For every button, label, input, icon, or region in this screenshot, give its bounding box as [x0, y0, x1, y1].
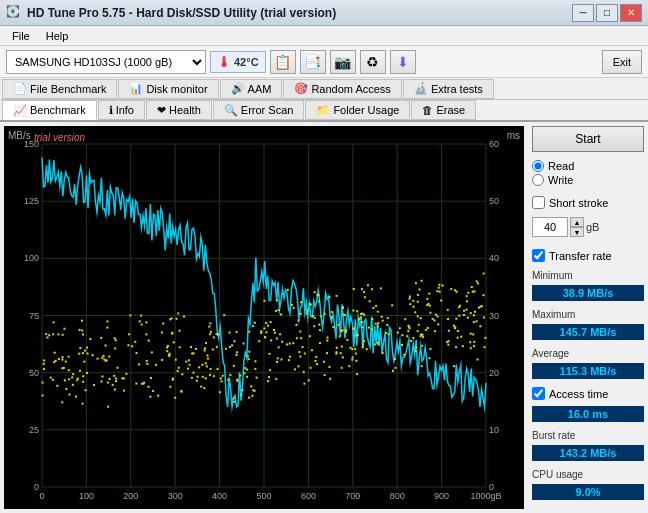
erase-icon: 🗑 [422, 104, 433, 116]
short-stroke-row: Short stroke [532, 196, 644, 209]
cpu-usage-label: CPU usage [532, 469, 644, 480]
short-stroke-spinner: ▲ ▼ gB [532, 217, 644, 237]
main-content: MB/s ms trial version Start Read Write S… [0, 122, 648, 513]
access-time-row: Access time [532, 387, 644, 400]
thermometer-icon: 🌡 [217, 54, 231, 70]
temperature-display: 🌡 42°C [210, 51, 266, 73]
read-radio[interactable] [532, 160, 544, 172]
read-radio-row: Read [532, 160, 644, 172]
chart-area: MB/s ms trial version [4, 126, 524, 509]
benchmark-chart [4, 126, 524, 509]
minimize-button[interactable]: ─ [572, 4, 594, 22]
refresh-btn[interactable]: ♻ [360, 50, 386, 74]
trial-watermark: trial version [34, 132, 85, 143]
tab-file-benchmark[interactable]: 📄 File Benchmark [2, 79, 117, 99]
y-axis-left-label: MB/s [8, 130, 31, 141]
tab-aam[interactable]: 🔊 AAM [220, 79, 283, 99]
tab-erase-label: Erase [436, 104, 465, 116]
aam-icon: 🔊 [231, 82, 245, 95]
access-time-checkbox[interactable] [532, 387, 545, 400]
disk-monitor-icon: 📊 [129, 82, 143, 95]
tab-extra-tests[interactable]: 🔬 Extra tests [403, 79, 494, 99]
close-button[interactable]: ✕ [620, 4, 642, 22]
file-benchmark-icon: 📄 [13, 82, 27, 95]
tab-file-benchmark-label: File Benchmark [30, 83, 106, 95]
cpu-usage-value: 9.0% [532, 484, 644, 500]
camera-btn[interactable]: 📷 [330, 50, 356, 74]
short-stroke-input[interactable] [532, 217, 568, 237]
average-value: 115.3 MB/s [532, 363, 644, 379]
spin-down-button[interactable]: ▼ [570, 227, 584, 237]
tab-benchmark[interactable]: 📈 Benchmark [2, 100, 97, 120]
tab-health[interactable]: ❤ Health [146, 100, 212, 120]
tab-random-access[interactable]: 🎯 Random Access [283, 79, 401, 99]
minimum-label: Minimum [532, 270, 644, 281]
tab-folder-usage-label: Folder Usage [333, 104, 399, 116]
start-button[interactable]: Start [532, 126, 644, 152]
extra-tests-icon: 🔬 [414, 82, 428, 95]
drive-selector[interactable]: SAMSUNG HD103SJ (1000 gB) [6, 50, 206, 74]
tab-disk-monitor[interactable]: 📊 Disk monitor [118, 79, 218, 99]
short-stroke-checkbox[interactable] [532, 196, 545, 209]
info-icon: ℹ [109, 104, 113, 117]
tab-info[interactable]: ℹ Info [98, 100, 145, 120]
read-label: Read [548, 160, 574, 172]
short-stroke-unit: gB [586, 221, 599, 233]
title-bar: 💽 HD Tune Pro 5.75 - Hard Disk/SSD Utili… [0, 0, 648, 26]
tab-health-label: Health [169, 104, 201, 116]
burst-rate-value: 143.2 MB/s [532, 445, 644, 461]
maximum-label: Maximum [532, 309, 644, 320]
transfer-rate-row: Transfer rate [532, 249, 644, 262]
tab-error-scan-label: Error Scan [241, 104, 294, 116]
temperature-value: 42°C [234, 56, 259, 68]
copy-btn2[interactable]: 📑 [300, 50, 326, 74]
write-radio-row: Write [532, 174, 644, 186]
tab-aam-label: AAM [248, 83, 272, 95]
burst-rate-label: Burst rate [532, 430, 644, 441]
spin-up-button[interactable]: ▲ [570, 217, 584, 227]
health-icon: ❤ [157, 104, 166, 117]
tab-disk-monitor-label: Disk monitor [146, 83, 207, 95]
minimum-value: 38.9 MB/s [532, 285, 644, 301]
write-radio[interactable] [532, 174, 544, 186]
access-time-value: 16.0 ms [532, 406, 644, 422]
tab-error-scan[interactable]: 🔍 Error Scan [213, 100, 305, 120]
copy-btn1[interactable]: 📋 [270, 50, 296, 74]
menu-bar: File Help [0, 26, 648, 46]
y-axis-right-label: ms [507, 130, 520, 141]
exit-button[interactable]: Exit [602, 50, 642, 74]
random-access-icon: 🎯 [294, 82, 308, 95]
write-label: Write [548, 174, 573, 186]
transfer-rate-checkbox[interactable] [532, 249, 545, 262]
maximize-button[interactable]: □ [596, 4, 618, 22]
transfer-rate-label: Transfer rate [549, 250, 612, 262]
tab-info-label: Info [116, 104, 134, 116]
right-panel: Start Read Write Short stroke ▲ ▼ gB [528, 122, 648, 513]
nav-row2: 📈 Benchmark ℹ Info ❤ Health 🔍 Error Scan… [0, 100, 648, 122]
average-label: Average [532, 348, 644, 359]
folder-usage-icon: 📁 [316, 104, 330, 117]
spinner-arrows: ▲ ▼ [570, 217, 584, 237]
tab-extra-tests-label: Extra tests [431, 83, 483, 95]
toolbar: SAMSUNG HD103SJ (1000 gB) 🌡 42°C 📋 📑 📷 ♻… [0, 46, 648, 78]
benchmark-icon: 📈 [13, 104, 27, 117]
short-stroke-label: Short stroke [549, 197, 608, 209]
maximum-value: 145.7 MB/s [532, 324, 644, 340]
access-time-label: Access time [549, 388, 608, 400]
down-btn[interactable]: ⬇ [390, 50, 416, 74]
read-write-group: Read Write [532, 160, 644, 186]
tab-folder-usage[interactable]: 📁 Folder Usage [305, 100, 410, 120]
menu-help[interactable]: Help [38, 28, 77, 44]
menu-file[interactable]: File [4, 28, 38, 44]
tab-random-access-label: Random Access [311, 83, 390, 95]
title-text: HD Tune Pro 5.75 - Hard Disk/SSD Utility… [27, 6, 572, 20]
tab-erase[interactable]: 🗑 Erase [411, 100, 476, 120]
nav-row1: 📄 File Benchmark 📊 Disk monitor 🔊 AAM 🎯 … [0, 78, 648, 100]
window-controls: ─ □ ✕ [572, 4, 642, 22]
error-scan-icon: 🔍 [224, 104, 238, 117]
app-icon: 💽 [6, 5, 22, 21]
tab-benchmark-label: Benchmark [30, 104, 86, 116]
